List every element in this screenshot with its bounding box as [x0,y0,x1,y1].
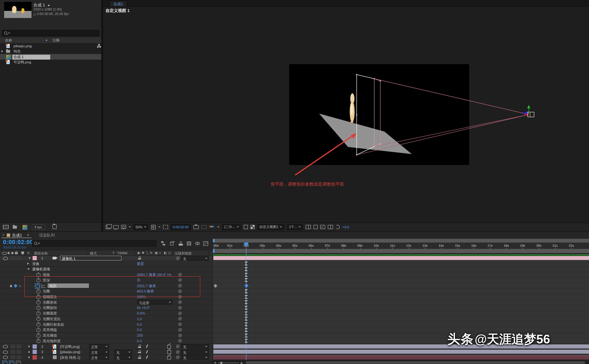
transfer-controls-pane-toggle[interactable] [9,361,13,364]
chevron-down-icon[interactable] [38,243,40,244]
adjustment-switch-icon[interactable]: ◧ [164,251,167,254]
twirl-icon[interactable] [28,351,30,353]
pixel-aspect-icon[interactable] [314,225,318,229]
region-icon[interactable] [244,225,248,229]
viewer-tab-comp1[interactable]: 合成1 [109,0,127,7]
parent-dropdown[interactable]: 无 [181,256,209,260]
channel-icon[interactable] [209,226,215,229]
snapshot-icon[interactable] [194,225,199,229]
layer-name-column[interactable]: 图层名称 [34,251,48,256]
project-item-row[interactable]: 合成 1 [0,54,101,59]
property-label[interactable]: 光圈旋转 [43,306,57,311]
quality-switch-icon[interactable] [146,350,148,353]
graph-row[interactable] [212,289,589,294]
comp-title[interactable]: 合成 1 [33,2,50,8]
graph-row[interactable] [212,311,589,316]
share-view-icon[interactable] [306,225,311,229]
graph-row[interactable] [212,349,589,355]
index-column[interactable]: # [27,251,29,255]
layer-name[interactable]: [灰色 纯色 1] [60,355,80,360]
chevron-down-icon[interactable] [48,5,50,6]
show-snapshot-icon[interactable] [201,225,207,229]
twirl-icon[interactable] [28,356,30,358]
shy-switch-icon[interactable] [138,350,141,353]
mode-dropdown[interactable]: 正常 [89,350,109,354]
lock-well[interactable] [17,344,21,348]
trash-icon[interactable] [52,225,57,229]
column-comment[interactable]: 注释 [52,38,60,43]
always-preview-icon[interactable] [105,225,111,229]
property-row[interactable]: 光圈圆度0.0%@ [0,311,212,316]
graph-row[interactable] [212,272,589,277]
transparency-grid-icon[interactable] [250,225,255,229]
effects-switch-icon[interactable]: fx [150,251,152,254]
3d-switch-icon[interactable] [167,350,171,354]
stopwatch-icon[interactable] [36,306,40,310]
twirl-icon[interactable] [28,345,30,347]
graph-row[interactable] [212,283,589,288]
pickwhip-icon[interactable]: @ [176,256,180,260]
stopwatch-icon[interactable] [36,317,40,321]
exposure-value[interactable]: +0.0 [342,225,349,229]
shy-switch-icon[interactable] [138,356,141,359]
next-keyframe-icon[interactable] [20,284,21,287]
stopwatch-icon[interactable] [36,312,40,315]
pickwhip-icon[interactable]: @ [178,333,182,337]
quality-switch-icon[interactable] [146,344,148,348]
layer-row[interactable]: 2[可达鸭.png]正常@无 [0,344,212,349]
quality-switch-icon[interactable]: ╲ [146,251,148,254]
zoom-out-icon[interactable] [214,362,216,363]
pickwhip-icon[interactable]: @ [178,300,182,304]
region-of-interest-icon[interactable] [163,225,168,229]
audio-column-icon[interactable] [7,252,9,254]
property-dropdown[interactable]: 九边形 [137,300,172,305]
audio-well[interactable] [11,344,15,348]
prev-keyframe-icon[interactable] [10,284,12,287]
timeline-search-input[interactable] [32,240,156,247]
property-row[interactable]: 光圈长宽比1.0@ [0,316,212,322]
pickwhip-icon[interactable]: @ [178,272,182,276]
property-value[interactable]: 0.0 [137,322,142,326]
new-folder-icon[interactable] [13,226,17,229]
timeline-tab-comp1[interactable]: 合成1 [12,233,22,238]
eye-icon[interactable] [3,350,8,354]
3d-switch-icon[interactable]: ◻ [168,251,171,254]
stopwatch-icon[interactable] [36,339,40,343]
graph-row[interactable] [212,255,589,261]
view-layout-dropdown[interactable]: 1个... [287,224,303,230]
property-row[interactable]: 光圈旋转0x +0.0°@ [0,305,212,311]
property-label[interactable]: 光圈圆度 [43,311,57,316]
pickwhip-icon[interactable]: @ [176,344,180,348]
zoom-in-icon[interactable] [240,362,242,364]
stopwatch-icon[interactable] [36,328,40,332]
eye-icon[interactable] [3,345,8,348]
label-column-icon[interactable] [21,251,24,255]
group-label[interactable]: 摄像机选项 [32,267,50,272]
t-column[interactable]: T [112,251,115,255]
graph-row[interactable] [212,294,589,299]
chevron-down-icon[interactable] [8,32,10,34]
audio-well[interactable] [11,350,15,354]
motion-blur-switch-icon[interactable]: ◐ [159,251,161,254]
project-item-name[interactable]: pikaqiu.png [13,44,32,48]
mask-visibility-icon[interactable] [121,225,126,229]
pickwhip-icon[interactable]: @ [178,306,182,310]
property-row[interactable]: 高光饱和度0.0@ [0,338,212,344]
layer-color-swatch[interactable] [33,256,37,260]
work-area-bar[interactable] [212,249,589,253]
chevron-down-icon[interactable] [128,227,131,228]
layer-duration-bar[interactable] [213,256,589,260]
trkmat-dropdown[interactable]: 无 [114,355,132,360]
horizontal-scrollbar[interactable] [212,360,589,364]
graph-row[interactable] [212,266,589,272]
property-value[interactable]: 0.0% [137,311,145,315]
time-navigator[interactable] [212,239,589,242]
panel-menu-icon[interactable]: ≡ [27,233,29,237]
shy-switch-icon[interactable]: ◉ [137,251,140,254]
property-label[interactable]: 光圈形状 [43,300,57,305]
stopwatch-icon[interactable] [36,323,40,326]
new-composition-icon[interactable] [22,225,27,230]
property-row[interactable]: 高亮增益0.0@ [0,327,212,333]
property-value[interactable]: 0x +0.0° [137,306,150,310]
eye-icon[interactable] [3,257,8,260]
